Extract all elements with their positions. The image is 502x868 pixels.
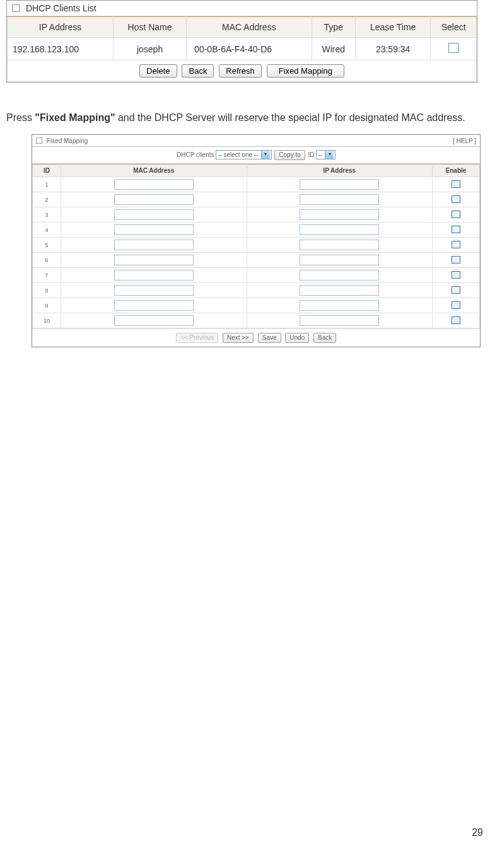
dhcp-clients-label: DHCP clients <box>177 151 214 158</box>
cell-ip <box>247 238 433 253</box>
collapse-icon[interactable] <box>12 4 20 12</box>
delete-button[interactable]: Delete <box>139 64 177 78</box>
back-button[interactable]: Back <box>313 333 336 343</box>
cell-id: 5 <box>33 238 61 253</box>
dhcp-clients-select-value: -- select one -- <box>218 151 258 158</box>
cell-enable <box>433 268 480 283</box>
table-row: 3 <box>33 207 480 223</box>
cell-id: 1 <box>33 177 61 192</box>
dhcp-clients-select[interactable]: -- select one -- ▾ <box>216 150 271 159</box>
cell-ip <box>247 223 433 238</box>
enable-checkbox[interactable] <box>452 271 460 279</box>
select-checkbox[interactable] <box>448 43 458 53</box>
cell-ip <box>247 313 433 328</box>
ip-input[interactable] <box>300 240 379 250</box>
undo-button[interactable]: Undo <box>285 333 309 343</box>
table-row: 2 <box>33 192 480 207</box>
cell-ip: 192.168.123.100 <box>8 38 114 61</box>
mac-input[interactable] <box>114 179 194 190</box>
enable-checkbox[interactable] <box>452 195 460 203</box>
cell-id: 6 <box>33 253 61 268</box>
ip-input[interactable] <box>300 270 379 281</box>
cell-mac <box>61 268 247 283</box>
cell-mac <box>61 313 247 328</box>
fixed-mapping-title-bar: Fixed Mapping [ HELP ] <box>32 135 480 147</box>
cell-type: Wired <box>312 38 355 61</box>
cell-mac <box>61 223 247 238</box>
fixed-mapping-title-text: Fixed Mapping <box>47 137 88 144</box>
instruction-prefix: Press <box>6 112 35 123</box>
cell-ip <box>247 283 433 298</box>
mac-input[interactable] <box>114 209 194 220</box>
fixed-mapping-controls: DHCP clients -- select one -- ▾ Copy to … <box>32 147 480 164</box>
enable-checkbox[interactable] <box>452 301 460 309</box>
cell-enable <box>433 223 480 238</box>
table-row: 5 <box>33 238 480 253</box>
col-id: ID <box>33 165 61 177</box>
collapse-icon[interactable] <box>36 137 42 144</box>
table-row: 10 <box>33 313 480 328</box>
mac-input[interactable] <box>114 255 194 265</box>
mac-input[interactable] <box>114 300 194 311</box>
cell-enable <box>433 283 480 298</box>
ip-input[interactable] <box>300 285 379 296</box>
fixed-mapping-panel: Fixed Mapping [ HELP ] DHCP clients -- s… <box>32 134 481 347</box>
cell-id: 7 <box>33 268 61 283</box>
ip-input[interactable] <box>300 315 379 326</box>
copy-to-button[interactable]: Copy to <box>274 150 305 160</box>
enable-checkbox[interactable] <box>452 211 460 218</box>
back-button[interactable]: Back <box>182 64 214 78</box>
refresh-button[interactable]: Refresh <box>219 64 262 78</box>
enable-checkbox[interactable] <box>452 286 460 294</box>
cell-ip <box>247 298 433 313</box>
ip-input[interactable] <box>300 179 379 190</box>
cell-ip <box>247 207 433 223</box>
col-lease: Lease Time <box>355 17 430 38</box>
col-ip: IP Address <box>247 165 433 177</box>
id-select[interactable]: -- ▾ <box>316 150 336 159</box>
ip-input[interactable] <box>300 224 379 235</box>
chevron-down-icon: ▾ <box>325 151 334 159</box>
ip-input[interactable] <box>300 194 379 205</box>
cell-mac <box>61 253 247 268</box>
dhcp-clients-table: IP Address Host Name MAC Address Type Le… <box>7 16 477 82</box>
ip-input[interactable] <box>300 209 379 220</box>
cell-mac <box>61 192 247 207</box>
mac-input[interactable] <box>114 194 194 205</box>
cell-ip <box>247 192 433 207</box>
mac-input[interactable] <box>114 270 194 281</box>
cell-host: joseph <box>113 38 186 61</box>
next-button[interactable]: Next >> <box>223 333 254 343</box>
enable-checkbox[interactable] <box>452 241 460 248</box>
cell-id: 8 <box>33 283 61 298</box>
enable-checkbox[interactable] <box>452 226 460 233</box>
id-label: ID <box>308 151 315 158</box>
dhcp-clients-title-bar: DHCP Clients List <box>7 1 477 16</box>
cell-enable <box>433 253 480 268</box>
table-row: 1 <box>33 177 480 192</box>
cell-mac <box>61 238 247 253</box>
dhcp-clients-panel: DHCP Clients List IP Address Host Name M… <box>6 0 477 83</box>
mac-input[interactable] <box>114 224 194 235</box>
table-row: 7 <box>33 268 480 283</box>
save-button[interactable]: Save <box>258 333 281 343</box>
cell-id: 4 <box>33 223 61 238</box>
cell-enable <box>433 192 480 207</box>
mac-input[interactable] <box>114 240 194 250</box>
table-row: 192.168.123.100 joseph 00-0B-6A-F4-40-D6… <box>8 38 477 61</box>
previous-button: << Previous <box>176 333 218 343</box>
instruction-bold: "Fixed Mapping" <box>35 112 115 123</box>
mac-input[interactable] <box>114 315 194 326</box>
ip-input[interactable] <box>300 255 379 265</box>
ip-input[interactable] <box>300 300 379 311</box>
mac-input[interactable] <box>114 285 194 296</box>
fixed-mapping-button[interactable]: Fixed Mapping <box>267 64 344 78</box>
enable-checkbox[interactable] <box>452 316 460 324</box>
table-row: 9 <box>33 298 480 313</box>
help-link[interactable]: [ HELP ] <box>453 137 476 144</box>
cell-mac <box>61 283 247 298</box>
enable-checkbox[interactable] <box>452 180 460 188</box>
col-ip: IP Address <box>8 17 114 38</box>
cell-mac <box>61 207 247 223</box>
enable-checkbox[interactable] <box>452 256 460 263</box>
